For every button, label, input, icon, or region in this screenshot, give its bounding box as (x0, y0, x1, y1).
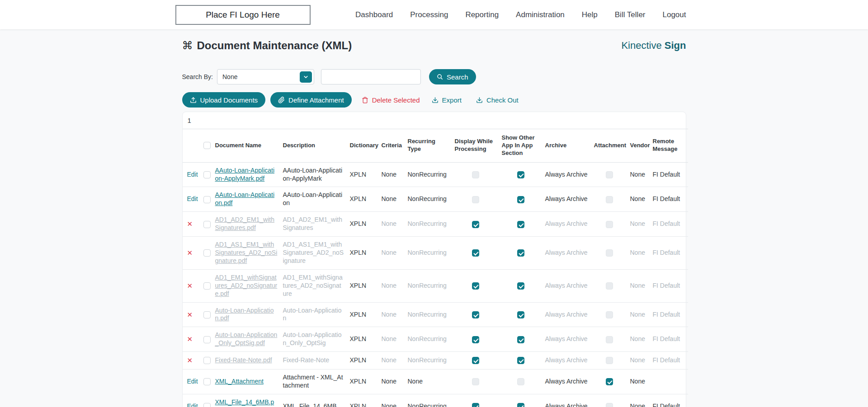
delete-row-icon[interactable]: ✕ (187, 282, 193, 290)
recurring-type-cell: NonRecurring (405, 269, 452, 302)
documents-table: Document Name Description Dictionary Cri… (183, 129, 688, 407)
nav-link-bill-teller[interactable]: Bill Teller (615, 10, 646, 19)
header-dictionary: Dictionary (347, 129, 379, 163)
attachment-checkbox[interactable] (606, 357, 613, 364)
show-other-app-checkbox[interactable] (517, 249, 524, 257)
document-name-link[interactable]: Fixed-Rate-Note.pdf (215, 356, 272, 364)
pagination-page-1[interactable]: 1 (188, 117, 194, 124)
delete-row-icon[interactable]: ✕ (187, 249, 193, 257)
row-checkbox[interactable] (203, 196, 211, 203)
document-name-link[interactable]: AD1_AS1_EM1_withSignatures_AD2_noSignatu… (215, 241, 278, 264)
row-checkbox[interactable] (203, 282, 211, 290)
fi-logo-placeholder[interactable]: Place FI Logo Here (175, 5, 311, 25)
display-while-processing-checkbox[interactable] (472, 311, 479, 318)
edit-link[interactable]: Edit (187, 402, 198, 407)
attachment-checkbox[interactable] (606, 282, 613, 290)
row-checkbox[interactable] (203, 221, 211, 228)
row-checkbox[interactable] (203, 357, 211, 364)
show-other-app-checkbox[interactable] (517, 196, 524, 203)
nav-link-administration[interactable]: Administration (516, 10, 565, 19)
row-checkbox[interactable] (203, 249, 211, 257)
attachment-checkbox[interactable] (606, 221, 613, 228)
delete-selected-button[interactable]: Delete Selected (362, 92, 420, 108)
search-button-label: Search (447, 73, 468, 81)
row-action-cell: ✕ (183, 269, 201, 302)
define-attachment-button[interactable]: Define Attachment (270, 92, 352, 108)
document-name-link[interactable]: AD1_EM1_withSignatures_AD2_noSignature.p… (215, 274, 278, 297)
show-other-app-checkbox[interactable] (517, 403, 524, 407)
row-checkbox[interactable] (203, 311, 211, 318)
attachment-checkbox[interactable] (606, 311, 613, 318)
document-name-link[interactable]: AAuto-Loan-Application.pdf (215, 191, 275, 206)
edit-link[interactable]: Edit (187, 378, 198, 385)
show-other-app-checkbox[interactable] (517, 221, 524, 228)
delete-row-icon[interactable]: ✕ (187, 356, 193, 364)
remote-message-cell: FI Default (650, 269, 688, 302)
select-all-checkbox[interactable] (203, 142, 211, 149)
show-other-app-checkbox[interactable] (517, 311, 524, 318)
show-other-app-checkbox[interactable] (517, 336, 524, 343)
display-while-processing-checkbox[interactable] (472, 378, 479, 385)
display-while-processing-checkbox[interactable] (472, 221, 479, 228)
remote-message-cell (650, 370, 688, 394)
attachment-checkbox[interactable] (606, 336, 613, 343)
display-while-processing-checkbox[interactable] (472, 282, 479, 290)
attachment-checkbox[interactable] (606, 249, 613, 257)
attachment-checkbox[interactable] (606, 196, 613, 203)
row-checkbox[interactable] (203, 171, 211, 178)
attachment-checkbox[interactable] (606, 378, 613, 385)
document-name-link[interactable]: Auto-Loan-Application_Only_OptSig.pdf (215, 331, 278, 346)
delete-row-icon[interactable]: ✕ (187, 311, 193, 318)
row-checkbox[interactable] (203, 403, 211, 407)
brand-name: Kinective (621, 40, 661, 51)
display-while-processing-checkbox[interactable] (472, 403, 479, 407)
criteria-cell: None (379, 212, 405, 237)
display-while-processing-checkbox[interactable] (472, 171, 479, 178)
delete-row-icon[interactable]: ✕ (187, 220, 193, 228)
edit-link[interactable]: Edit (187, 171, 198, 178)
document-name-link[interactable]: AD1_AD2_EM1_withSignatures.pdf (215, 216, 275, 231)
export-button[interactable]: Export (432, 92, 462, 108)
nav-link-help[interactable]: Help (582, 10, 598, 19)
document-name-link[interactable]: Auto-Loan-Application.pdf (215, 307, 274, 322)
show-other-app-checkbox[interactable] (517, 171, 524, 178)
delete-row-icon[interactable]: ✕ (187, 335, 193, 343)
upload-documents-button[interactable]: Upload Documents (182, 92, 266, 108)
show-other-app-checkbox[interactable] (517, 282, 524, 290)
brand-suffix: Sign (665, 40, 686, 51)
attachment-checkbox[interactable] (606, 403, 613, 407)
display-while-processing-checkbox[interactable] (472, 357, 479, 364)
search-button[interactable]: Search (429, 69, 476, 84)
nav-link-processing[interactable]: Processing (410, 10, 448, 19)
search-input[interactable] (321, 69, 421, 84)
fi-logo-text: Place FI Logo Here (206, 10, 280, 20)
nav-link-dashboard[interactable]: Dashboard (355, 10, 393, 19)
nav-link-logout[interactable]: Logout (663, 10, 686, 19)
archive-cell: Always Archive (542, 327, 591, 352)
document-name-link[interactable]: XML_Attachment (215, 378, 264, 385)
display-while-processing-checkbox[interactable] (472, 336, 479, 343)
attachment-checkbox[interactable] (606, 171, 613, 178)
row-checkbox[interactable] (203, 378, 211, 385)
show-other-app-checkbox[interactable] (517, 357, 524, 364)
nav-link-reporting[interactable]: Reporting (465, 10, 499, 19)
check-out-label: Check Out (486, 96, 519, 104)
chevron-down-icon (303, 74, 309, 80)
select-dropdown-button[interactable] (300, 71, 312, 83)
search-by-select[interactable]: None (217, 69, 314, 84)
display-while-processing-checkbox[interactable] (472, 249, 479, 257)
document-name-link[interactable]: XML_File_14_6MB.pdf (215, 398, 274, 407)
row-checkbox[interactable] (203, 336, 211, 343)
archive-cell: Always Archive (542, 237, 591, 270)
display-while-processing-checkbox[interactable] (472, 196, 479, 203)
documents-table-body: Edit AAuto-Loan-Application-ApplyMark.pd… (183, 162, 688, 407)
row-action-cell: ✕ (183, 352, 201, 370)
dictionary-cell: XPLN (347, 370, 379, 394)
check-out-button[interactable]: Check Out (476, 92, 519, 108)
dictionary-cell: XPLN (347, 352, 379, 370)
edit-link[interactable]: Edit (187, 195, 198, 202)
show-other-app-checkbox[interactable] (517, 378, 524, 385)
document-name-link[interactable]: AAuto-Loan-Application-ApplyMark.pdf (215, 167, 275, 182)
show-other-app-cell (499, 302, 542, 327)
archive-cell: Always Archive (542, 162, 591, 187)
